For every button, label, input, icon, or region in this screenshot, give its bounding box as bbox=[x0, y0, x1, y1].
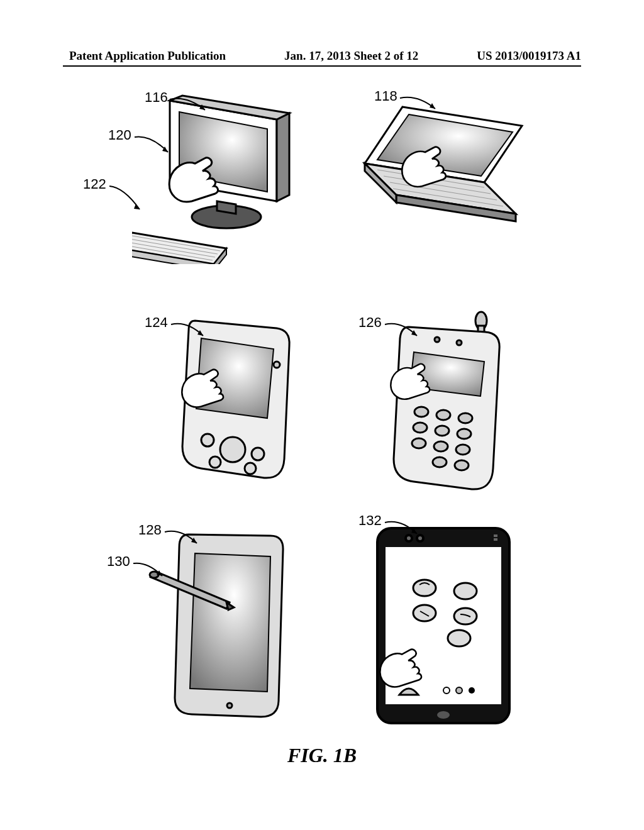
leadline-116 bbox=[169, 94, 213, 119]
page-header: Patent Application Publication Jan. 17, … bbox=[0, 49, 644, 63]
svg-point-6 bbox=[201, 434, 214, 446]
svg-point-36 bbox=[454, 583, 477, 599]
ref-124: 124 bbox=[145, 314, 168, 331]
header-left: Patent Application Publication bbox=[69, 49, 226, 63]
svg-rect-33 bbox=[494, 538, 497, 541]
svg-point-26 bbox=[227, 703, 232, 708]
svg-point-9 bbox=[245, 463, 256, 474]
laptop-icon bbox=[358, 101, 535, 239]
leadline-126 bbox=[384, 319, 425, 345]
svg-point-19 bbox=[435, 426, 449, 436]
header-right: US 2013/0019173 A1 bbox=[477, 49, 581, 63]
ref-126: 126 bbox=[358, 314, 382, 331]
svg-point-21 bbox=[412, 438, 426, 448]
svg-point-20 bbox=[457, 429, 471, 439]
ref-116: 116 bbox=[145, 89, 168, 106]
smartphone-icon bbox=[365, 522, 522, 729]
svg-point-13 bbox=[435, 337, 440, 342]
leadline-124 bbox=[170, 319, 211, 345]
leadline-130 bbox=[132, 558, 170, 584]
svg-point-23 bbox=[456, 445, 470, 455]
svg-point-42 bbox=[456, 687, 462, 694]
leadline-118 bbox=[399, 93, 443, 118]
header-center: Jan. 17, 2013 Sheet 2 of 12 bbox=[284, 49, 418, 63]
svg-point-25 bbox=[455, 460, 469, 470]
desktop-monitor-icon bbox=[132, 94, 296, 264]
ref-122: 122 bbox=[83, 176, 106, 192]
svg-point-39 bbox=[448, 630, 470, 646]
svg-point-15 bbox=[414, 407, 428, 417]
svg-point-43 bbox=[469, 687, 475, 694]
svg-point-10 bbox=[274, 362, 280, 368]
svg-point-7 bbox=[252, 448, 264, 460]
svg-point-17 bbox=[458, 413, 472, 423]
svg-point-34 bbox=[437, 711, 450, 719]
ref-120: 120 bbox=[108, 127, 131, 143]
header-rule bbox=[63, 65, 581, 67]
svg-point-41 bbox=[443, 687, 450, 694]
svg-point-35 bbox=[413, 580, 436, 596]
leadline-122 bbox=[108, 181, 152, 216]
svg-point-8 bbox=[209, 456, 221, 468]
ref-132: 132 bbox=[358, 512, 382, 529]
svg-point-38 bbox=[454, 608, 477, 624]
figure-1b: 116 120 122 118 124 126 128 130 bbox=[63, 82, 581, 723]
svg-point-14 bbox=[457, 340, 462, 345]
svg-point-22 bbox=[434, 441, 448, 451]
svg-rect-32 bbox=[494, 534, 497, 537]
svg-point-18 bbox=[413, 423, 427, 433]
svg-point-16 bbox=[436, 410, 450, 420]
leadline-120 bbox=[133, 132, 177, 160]
tablet-stylus-icon bbox=[145, 528, 296, 723]
ref-128: 128 bbox=[138, 522, 162, 538]
ref-130: 130 bbox=[107, 553, 130, 570]
leadline-128 bbox=[164, 527, 204, 552]
figure-caption: FIG. 1B bbox=[0, 744, 644, 767]
leadline-132 bbox=[384, 517, 425, 543]
ref-118: 118 bbox=[374, 88, 397, 104]
svg-point-5 bbox=[220, 437, 245, 462]
svg-point-24 bbox=[433, 457, 447, 467]
